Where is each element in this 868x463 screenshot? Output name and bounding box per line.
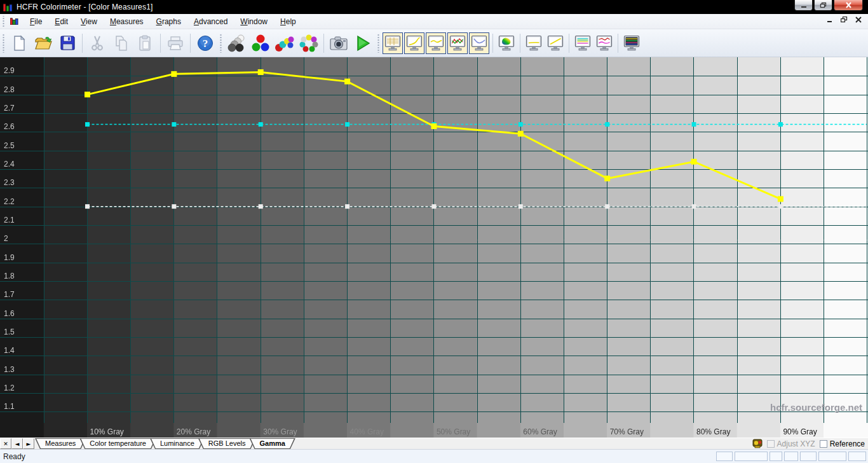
- monitor-blue-curve-icon: [471, 35, 487, 52]
- mdi-restore-button[interactable]: [841, 17, 848, 23]
- reference-label: Reference: [830, 439, 865, 448]
- app-icon: [3, 3, 13, 11]
- mdi-close-button[interactable]: [855, 17, 862, 23]
- new-button[interactable]: [7, 32, 31, 55]
- monitor-diagonal-curve-icon: [547, 35, 564, 52]
- measure-secondaries-button[interactable]: [273, 32, 297, 55]
- status-panes: [716, 452, 866, 461]
- adjust-xyz-checkbox: [767, 440, 775, 448]
- toolbar-measures-group: [217, 29, 375, 57]
- gamma-chart-area: [0, 57, 868, 438]
- mdi-child-icon: [10, 17, 20, 26]
- monitor-rising-curve-icon: [406, 35, 423, 52]
- view-chart-8-button[interactable]: [545, 32, 566, 54]
- measure-grayscale-button[interactable]: [224, 32, 248, 55]
- rgb-spheres-icon: [251, 34, 270, 52]
- tab-gamma[interactable]: Gamma: [249, 438, 295, 449]
- monitor-flat-curve-icon: [526, 35, 542, 52]
- tab-rgb-levels[interactable]: RGB Levels: [198, 438, 256, 449]
- sheet-tabs: Measures Color temperature Luminance RGB…: [38, 438, 292, 449]
- status-pane: [716, 452, 733, 461]
- cut-button: [85, 32, 109, 55]
- monitor-magenta-curves-icon: [596, 35, 613, 52]
- color-ring-spheres-icon: [299, 34, 318, 52]
- save-button[interactable]: [55, 32, 79, 55]
- printer-icon: [167, 36, 184, 51]
- open-button[interactable]: [31, 32, 55, 55]
- view-color-temperature-chart-button[interactable]: [426, 32, 446, 54]
- view-chart-9-button[interactable]: [573, 32, 593, 54]
- run-measures-button[interactable]: [351, 32, 375, 55]
- toolbar-separator: [492, 34, 493, 53]
- measure-all-colors-button[interactable]: [297, 32, 321, 55]
- measure-primaries-button[interactable]: [248, 32, 273, 55]
- status-pane: [770, 452, 782, 461]
- menu-measures[interactable]: Measures: [104, 15, 150, 28]
- toolbar-separator: [618, 34, 618, 53]
- sheet-tab-bar: ✕ ◄ ► Measures Color temperature Luminan…: [0, 438, 868, 449]
- view-chart-10-button[interactable]: [594, 32, 614, 54]
- toolbar-separator: [569, 34, 569, 53]
- view-luminance-chart-button[interactable]: [469, 32, 489, 54]
- print-button: [163, 32, 187, 55]
- toolbar-standard-group: ?: [0, 29, 217, 57]
- gamma-chart: [0, 57, 868, 438]
- minimize-button[interactable]: [794, 0, 813, 11]
- status-pane: [735, 452, 768, 461]
- tab-close-button[interactable]: ✕: [0, 438, 11, 449]
- tab-scroll-left-button[interactable]: ◄: [11, 438, 23, 449]
- view-measures-table-button[interactable]: [383, 32, 403, 54]
- close-icon: [845, 2, 852, 8]
- tab-bar-right-controls: Adjust XYZ Reference: [752, 438, 868, 449]
- monitor-cie-gamut-icon: [498, 35, 515, 52]
- mdi-minimize-button[interactable]: [827, 17, 833, 23]
- tab-color-temperature[interactable]: Color temperature: [79, 438, 156, 449]
- status-pane: [818, 452, 846, 461]
- snapshot-button[interactable]: [327, 32, 351, 55]
- view-chart-7-button[interactable]: [524, 32, 544, 54]
- status-pane: [784, 452, 798, 461]
- toolbar-views-group: [375, 29, 642, 57]
- menu-file[interactable]: File: [24, 15, 48, 28]
- menu-graphs[interactable]: Graphs: [150, 15, 187, 28]
- menu-view[interactable]: View: [74, 15, 104, 28]
- toolbar-separator: [82, 34, 83, 53]
- sensor-icon: [752, 439, 763, 448]
- window-title: HCFR Colorimeter - [Color Measures1]: [17, 3, 153, 11]
- toolbar-grip: [2, 33, 5, 52]
- monitor-dark-spectrum-icon: [623, 35, 640, 52]
- view-cie-diagram-button[interactable]: [496, 32, 517, 54]
- help-button[interactable]: ?: [193, 32, 217, 55]
- restore-icon: [820, 2, 827, 8]
- adjust-xyz-label: Adjust XYZ: [777, 439, 815, 448]
- monitor-color-stripes-icon: [574, 35, 591, 52]
- status-pane: [848, 452, 866, 461]
- view-chart-11-button[interactable]: [621, 32, 642, 54]
- reference-control: Reference: [820, 439, 865, 448]
- tab-measures[interactable]: Measures: [35, 438, 86, 449]
- toolbar-grip: [377, 33, 380, 52]
- menu-help[interactable]: Help: [274, 15, 302, 28]
- title-bar: HCFR Colorimeter - [Color Measures1]: [0, 0, 868, 14]
- close-button[interactable]: [834, 0, 863, 11]
- tab-luminance[interactable]: Luminance: [150, 438, 205, 449]
- restore-button[interactable]: [814, 0, 832, 11]
- paste-icon: [138, 35, 153, 52]
- toolbar-grip: [219, 33, 222, 52]
- tab-scroll-right-button[interactable]: ►: [23, 438, 34, 449]
- monitor-rgb-curves-icon: [449, 35, 466, 52]
- secondary-spheres-icon: [275, 34, 294, 52]
- save-floppy-icon: [60, 35, 76, 51]
- toolbar-separator: [520, 34, 520, 53]
- status-message: Ready: [3, 452, 25, 461]
- gray-spheres-icon: [227, 34, 246, 52]
- view-gamma-chart-button[interactable]: [404, 32, 424, 54]
- toolbar-separator: [160, 34, 161, 53]
- copy-button: [109, 32, 133, 55]
- menu-window[interactable]: Window: [234, 15, 274, 28]
- menu-edit[interactable]: Edit: [48, 15, 74, 28]
- new-document-icon: [11, 35, 27, 52]
- reference-checkbox[interactable]: [820, 440, 827, 448]
- view-rgb-levels-chart-button[interactable]: [447, 32, 468, 54]
- menu-advanced[interactable]: Advanced: [187, 15, 234, 28]
